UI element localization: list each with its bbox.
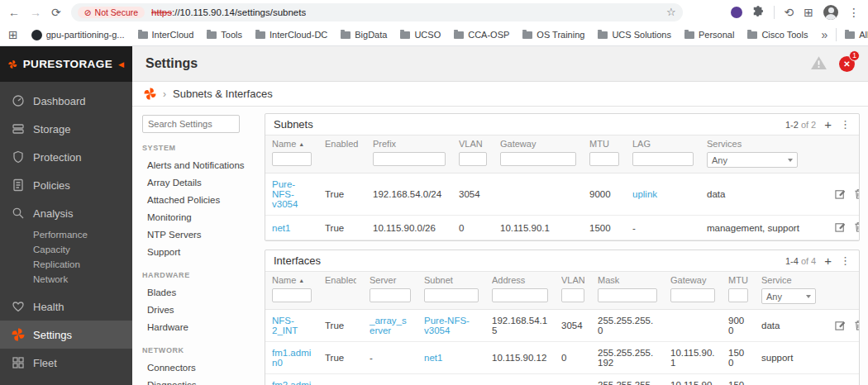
add-interface-button[interactable]: + <box>824 254 832 267</box>
delete-icon[interactable] <box>854 188 859 201</box>
warning-triangle-icon[interactable] <box>810 55 827 73</box>
sidebar-item-analysis[interactable]: Analysis <box>0 199 132 227</box>
col-enabled[interactable]: Enabled <box>318 135 366 173</box>
col-prefix[interactable]: Prefix <box>366 135 452 173</box>
bookmarks-overflow-icon[interactable]: » <box>821 28 827 41</box>
extensions-puzzle-icon[interactable] <box>752 5 764 19</box>
settings-nav-item-blades[interactable]: Blades <box>142 283 246 301</box>
table-row[interactable]: fm2.admin0 True - net1 10.115.90.13 0 25… <box>265 374 859 385</box>
interface-name-link[interactable]: NFS-2_INT <box>272 316 298 335</box>
edit-icon[interactable] <box>835 221 846 234</box>
col-services[interactable]: ServicesAny <box>700 135 823 173</box>
pinned-extension-icon[interactable] <box>731 7 742 18</box>
col-vlan[interactable]: VLAN <box>452 135 494 173</box>
col-lag[interactable]: LAG <box>626 135 700 173</box>
vlan-filter-input[interactable] <box>459 152 487 166</box>
subnets-menu-icon[interactable]: ⋮ <box>840 119 851 130</box>
sidebar-subitem-capacity[interactable]: Capacity <box>0 242 132 257</box>
name-filter-input[interactable] <box>272 288 312 302</box>
subnet-name-link[interactable]: Pure-NFS-v3054 <box>272 179 298 209</box>
server-link[interactable]: _array_server <box>370 316 407 335</box>
interfaces-menu-icon[interactable]: ⋮ <box>840 255 851 266</box>
col-server[interactable]: Server <box>363 272 417 310</box>
sidebar-item-settings[interactable]: Settings <box>0 321 132 349</box>
col-mtu[interactable]: MTU <box>722 272 755 310</box>
edit-icon[interactable] <box>835 188 846 201</box>
bookmark-star-icon[interactable]: ☆ <box>666 6 676 18</box>
col-address[interactable]: Address <box>485 272 555 310</box>
gateway-filter-input[interactable] <box>500 152 576 166</box>
apps-grid-icon[interactable]: ⊞ <box>8 28 18 41</box>
lag-filter-input[interactable] <box>632 152 694 166</box>
settings-nav-item-attached-policies[interactable]: Attached Policies <box>142 191 246 208</box>
settings-nav-item-drives[interactable]: Drives <box>142 301 246 318</box>
address-filter-input[interactable] <box>492 288 548 302</box>
mtu-filter-input[interactable] <box>589 152 619 166</box>
settings-nav-item-diagnostics[interactable]: Diagnostics <box>142 376 246 385</box>
server-filter-input[interactable] <box>370 288 411 302</box>
tab-search-icon[interactable]: ⊞ <box>804 6 813 19</box>
col-mask[interactable]: Mask <box>591 272 664 310</box>
table-row[interactable]: fm1.admin0 True - net1 10.115.90.12 0 25… <box>265 342 859 374</box>
search-settings-input[interactable] <box>142 115 240 133</box>
delete-icon[interactable] <box>854 221 859 234</box>
browser-menu-icon[interactable]: ⋮ <box>848 6 860 19</box>
bookmark-item[interactable]: CCA-OSP <box>454 30 509 40</box>
col-gateway[interactable]: Gateway <box>494 135 583 173</box>
name-filter-input[interactable] <box>272 152 312 166</box>
interface-name-link[interactable]: fm2.admin0 <box>272 380 311 385</box>
mtu-filter-input[interactable] <box>728 288 748 302</box>
col-gateway[interactable]: Gateway <box>664 272 722 310</box>
col-enabled[interactable]: Enabled <box>318 272 363 310</box>
service-filter-select[interactable]: Any <box>761 288 816 304</box>
sidebar-item-policies[interactable]: Policies <box>0 171 132 199</box>
mask-filter-input[interactable] <box>598 288 657 302</box>
edit-icon[interactable] <box>835 320 846 332</box>
forward-icon[interactable]: → <box>30 6 41 19</box>
bookmark-item[interactable]: OS Training <box>522 30 584 40</box>
bookmark-item[interactable]: UCSO <box>400 30 441 40</box>
bookmark-item[interactable]: InterCloud <box>138 30 194 40</box>
services-filter-select[interactable]: Any <box>707 152 798 168</box>
delete-icon[interactable] <box>854 320 859 332</box>
sidebar-item-dashboard[interactable]: Dashboard <box>0 87 132 115</box>
settings-nav-item-alerts[interactable]: Alerts and Notifications <box>142 156 246 173</box>
history-restore-icon[interactable]: ⟲ <box>785 6 794 19</box>
subnet-link[interactable]: Pure-NFS-v3054 <box>424 316 470 335</box>
vlan-filter-input[interactable] <box>561 288 584 302</box>
interface-name-link[interactable]: fm1.admin0 <box>272 348 311 368</box>
bookmark-item[interactable]: UCS Solutions <box>598 30 671 40</box>
lag-link[interactable]: uplink <box>632 189 657 199</box>
col-service[interactable]: ServiceAny <box>755 272 823 310</box>
reload-icon[interactable]: ⟳ <box>51 6 61 19</box>
alerts-button[interactable]: ✕ 1 <box>839 56 855 72</box>
bookmark-item[interactable]: Personal <box>684 30 734 40</box>
sidebar-item-health[interactable]: Health <box>0 292 132 321</box>
col-name[interactable]: Name▲ <box>265 272 318 310</box>
settings-nav-item-support[interactable]: Support <box>142 243 246 260</box>
sidebar-subitem-replication[interactable]: Replication <box>0 257 132 272</box>
table-row[interactable]: NFS-2_INT True _array_server Pure-NFS-v3… <box>265 310 859 342</box>
col-mtu[interactable]: MTU <box>583 135 626 173</box>
back-icon[interactable]: ← <box>8 6 20 19</box>
bookmark-item[interactable]: Tools <box>207 30 242 40</box>
prefix-filter-input[interactable] <box>373 152 446 166</box>
bookmark-item[interactable]: gpu-partitioning-g... <box>31 30 125 40</box>
brand-logo[interactable]: PURESTORAGE ◀ <box>0 46 132 82</box>
col-name[interactable]: Name▲ <box>265 135 318 173</box>
bookmark-item[interactable]: Cisco Tools <box>747 30 808 40</box>
col-vlan[interactable]: VLAN <box>555 272 591 310</box>
gateway-filter-input[interactable] <box>670 288 715 302</box>
settings-nav-item-monitoring[interactable]: Monitoring <box>142 208 246 226</box>
bookmark-item[interactable]: BigData <box>341 30 387 40</box>
sidebar-subitem-performance[interactable]: Performance <box>0 227 132 242</box>
settings-nav-item-hardware[interactable]: Hardware <box>142 318 246 335</box>
bookmark-item[interactable]: InterCloud-DC <box>255 30 327 40</box>
sidebar-item-protection[interactable]: Protection <box>0 143 132 171</box>
sidebar-item-storage[interactable]: Storage <box>0 115 132 143</box>
table-row[interactable]: net1 True 10.115.90.0/26 0 10.115.90.1 1… <box>265 216 859 240</box>
profile-avatar[interactable] <box>823 5 838 20</box>
add-subnet-button[interactable]: + <box>824 118 832 131</box>
all-bookmarks-button[interactable]: All Bookmarks <box>845 30 868 40</box>
settings-nav-item-connectors[interactable]: Connectors <box>142 359 246 376</box>
